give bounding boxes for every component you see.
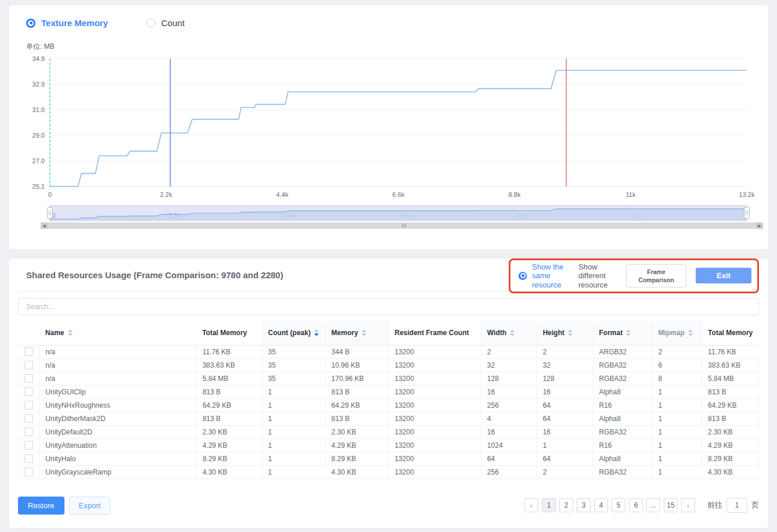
row-checkbox[interactable] [24,468,33,476]
row-checkbox[interactable] [24,374,33,383]
sort-carets-icon[interactable] [510,329,515,336]
row-checkbox[interactable] [24,441,33,450]
chart-navigator[interactable]: 02.2k4.4k6.6k8.8k11k [17,205,760,221]
table-cell: RGBA32 [593,465,652,479]
table-row[interactable]: UnityGUIClip813 B1813 B132001616Alpha818… [19,385,759,398]
sort-carets-icon[interactable] [568,329,573,336]
column-label: Format [599,329,623,337]
svg-text:34.9: 34.9 [33,55,45,62]
column-header-height[interactable]: Height [537,321,593,345]
svg-text:31.0: 31.0 [33,106,45,113]
column-header-mipmap[interactable]: Mipmap [652,321,702,345]
chart-horizontal-scrollbar[interactable]: ◀ ▶ [41,222,763,229]
count-radio-icon[interactable] [146,19,156,28]
sort-carets-icon[interactable] [688,329,693,336]
column-header-memory[interactable]: Memory [325,321,388,345]
pagination-page-2[interactable]: 2 [559,498,573,512]
column-header-count-peak[interactable]: Count (peak) [262,321,325,345]
search-input[interactable] [18,298,759,315]
table-cell: 170.96 KB [325,372,388,385]
table-cell: 6 [652,358,702,372]
column-header-width[interactable]: Width [481,321,537,345]
texture-memory-radio-icon[interactable] [26,19,35,28]
show-different-resource-option[interactable]: Show different resource [578,263,617,289]
sort-carets-icon[interactable] [68,329,73,336]
table-row[interactable]: UnityGrayscaleRamp4.30 KB14.30 KB1320025… [19,465,759,479]
row-checkbox[interactable] [24,401,33,409]
sort-carets-icon[interactable] [626,329,631,336]
export-button[interactable]: Export [69,497,111,515]
pagination-page-5[interactable]: 5 [611,498,625,512]
pagination-page-15[interactable]: 15 [664,498,678,512]
table-cell: 4.29 KB [325,438,388,452]
table-cell: 11.76 KB [702,345,759,358]
table-row[interactable]: n/a5.84 MB35170.96 KB13200128128RGBA3285… [19,372,759,385]
restore-button[interactable]: Restore [18,497,64,515]
section-header: Shared Resources Usage (Frame Comparison… [18,258,759,292]
svg-text:2.2k: 2.2k [160,191,172,198]
table-cell: 16 [481,425,537,438]
pagination-page-1[interactable]: 1 [542,498,556,512]
count-option[interactable]: Count [146,18,185,28]
table-row[interactable]: n/a383.63 KB3510.96 KB132003232RGBA32638… [19,358,759,372]
pagination-page-6[interactable]: 6 [629,498,643,512]
scrollbar-left-arrow-icon[interactable]: ◀ [41,222,48,229]
pagination-prev-button[interactable]: ‹ [524,498,538,512]
table-row[interactable]: n/a11.76 KB35344 B1320022ARGB32211.76 KB [19,345,759,358]
scrollbar-grip-icon[interactable] [402,224,407,228]
table-cell: 64 [537,452,593,465]
show-same-resource-radio-icon[interactable] [519,272,527,280]
navigator-right-handle[interactable] [744,207,750,218]
svg-text:32.9: 32.9 [33,81,45,88]
goto-page-control: 前往 页 [707,498,759,513]
navigator-brush[interactable]: 02.2k4.4k6.6k8.8k11k [17,205,764,221]
table-cell: RGBA32 [593,358,652,372]
goto-page-input[interactable] [726,498,747,513]
table-row[interactable]: UnityAttenuation4.29 KB14.29 KB132001024… [19,438,759,452]
pagination-page-4[interactable]: 4 [594,498,608,512]
texture-memory-option[interactable]: Texture Memory [26,18,108,28]
row-checkbox[interactable] [24,361,33,369]
row-checkbox[interactable] [24,414,33,423]
table-cell: 32 [537,358,593,372]
table-cell: 2.30 KB [325,425,388,438]
table-cell: 13200 [388,345,481,358]
table-row[interactable]: UnityDefault2D2.30 KB12.30 KB132001616RG… [19,425,759,438]
column-label: Total Memory [202,329,247,337]
row-checkbox[interactable] [24,454,33,463]
pagination-next-button[interactable]: › [681,498,695,512]
row-checkbox[interactable] [24,387,33,396]
table-row[interactable]: UnityDitherMask2D813 B1813 B13200464Alph… [19,412,759,425]
table-cell: 1 [652,412,702,425]
chart-mode-toggle: Texture Memory Count [17,13,760,28]
column-label: Memory [332,329,358,337]
frame-comparison-button[interactable]: Frame Comparison [626,264,686,287]
column-header-format[interactable]: Format [593,321,652,345]
pagination-more-button[interactable]: ... [646,498,660,512]
cell-name: UnityDitherMask2D [39,412,196,425]
table-cell: 10.96 KB [325,358,388,372]
show-same-resource-option[interactable]: Show the same resource [519,263,569,289]
row-checkbox[interactable] [24,427,33,436]
exit-button[interactable]: Exit [696,268,751,283]
table-cell: 1 [652,465,702,479]
table-cell: 2 [537,345,593,358]
table-cell: 13200 [388,398,481,412]
scrollbar-right-arrow-icon[interactable]: ▶ [756,222,763,229]
svg-text:13.2k: 13.2k [739,191,755,198]
table-row[interactable]: UnityHalo8.29 KB18.29 KB132006464Alpha81… [19,452,759,465]
row-checkbox[interactable] [24,347,33,356]
column-label: Mipmap [658,329,684,337]
table-row[interactable]: UnityNHxRoughness64.29 KB164.29 KB132002… [19,398,759,412]
sort-carets-icon[interactable] [362,329,366,336]
table-cell: 13200 [388,385,481,398]
sort-carets-icon[interactable] [314,329,319,336]
texture-memory-chart[interactable]: 34.932.931.029.027.025.102.2k4.4k6.6k8.8… [17,53,764,200]
column-header-name[interactable]: Name [39,321,196,345]
table-cell: 64 [537,398,593,412]
pagination-page-3[interactable]: 3 [577,498,591,512]
navigator-left-handle[interactable] [48,207,53,218]
column-label: Resident Frame Count [394,329,469,337]
table-header-row: NameTotal MemoryCount (peak)MemoryReside… [19,321,759,345]
table-cell: 344 B [325,345,388,358]
